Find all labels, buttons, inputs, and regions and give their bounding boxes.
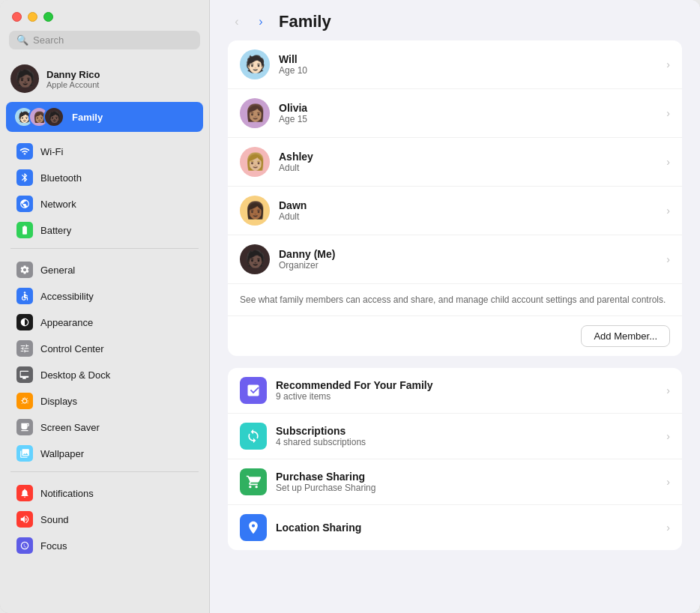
features-card: Recommended For Your Family 9 active ite… bbox=[228, 368, 682, 550]
sidebar-item-appearance-label: Appearance bbox=[40, 317, 93, 328]
purchase-sharing-icon bbox=[240, 468, 267, 495]
member-info-will: Will Age 10 bbox=[279, 53, 657, 76]
sidebar-item-sound[interactable]: Sound bbox=[6, 507, 203, 532]
member-avatar-danny: 🧑🏿 bbox=[240, 244, 270, 274]
member-row-olivia[interactable]: 👩🏽 Olivia Age 15 › bbox=[228, 89, 682, 138]
sidebar-item-family[interactable]: 🧑🏻 👩🏽 🧑🏿 Family bbox=[6, 102, 203, 132]
member-row-will[interactable]: 🧑🏻 Will Age 10 › bbox=[228, 40, 682, 89]
search-input[interactable] bbox=[33, 34, 193, 46]
member-name-ashley: Ashley bbox=[279, 151, 657, 163]
close-button[interactable] bbox=[12, 12, 22, 22]
feature-name-recommended: Recommended For Your Family bbox=[276, 379, 657, 391]
member-info-ashley: Ashley Adult bbox=[279, 151, 657, 173]
sidebar-item-network-label: Network bbox=[40, 199, 76, 210]
sidebar-item-displays-label: Displays bbox=[40, 396, 77, 407]
family-info-text: See what family members can access and s… bbox=[228, 284, 682, 315]
sidebar-item-control-center-label: Control Center bbox=[40, 343, 104, 354]
chevron-right-icon: › bbox=[666, 384, 670, 396]
sidebar-item-desktop-dock[interactable]: Desktop & Dock bbox=[6, 362, 203, 387]
sidebar-item-accessibility[interactable]: Accessibility bbox=[6, 283, 203, 309]
notifications-icon bbox=[16, 485, 33, 501]
maximize-button[interactable] bbox=[43, 12, 53, 22]
sidebar-item-network[interactable]: Network bbox=[6, 191, 203, 217]
chevron-right-icon: › bbox=[666, 156, 670, 168]
appearance-icon bbox=[16, 314, 33, 330]
back-button[interactable]: ‹ bbox=[228, 13, 246, 31]
member-info-olivia: Olivia Age 15 bbox=[279, 102, 657, 124]
family-avatar-3: 🧑🏿 bbox=[43, 106, 64, 127]
sidebar-item-accessibility-label: Accessibility bbox=[40, 291, 94, 302]
chevron-right-icon: › bbox=[666, 253, 670, 265]
sidebar-item-wifi[interactable]: Wi-Fi bbox=[6, 139, 203, 164]
feature-row-purchase-sharing[interactable]: Purchase Sharing Set up Purchase Sharing… bbox=[228, 459, 682, 505]
feature-name-purchase-sharing: Purchase Sharing bbox=[276, 471, 657, 483]
member-avatar-dawn: 👩🏾 bbox=[240, 196, 270, 226]
wifi-icon bbox=[16, 143, 33, 160]
feature-sub-purchase-sharing: Set up Purchase Sharing bbox=[276, 483, 657, 493]
sound-icon bbox=[16, 511, 33, 528]
sidebar-item-appearance[interactable]: Appearance bbox=[6, 309, 203, 335]
feature-row-subscriptions[interactable]: Subscriptions 4 shared subscriptions › bbox=[228, 414, 682, 459]
sidebar: 🔍 🧑🏿 Danny Rico Apple Account 🧑🏻 👩🏽 🧑🏿 F… bbox=[0, 0, 210, 613]
feature-name-location-sharing: Location Sharing bbox=[276, 522, 657, 534]
feature-sub-subscriptions: 4 shared subscriptions bbox=[276, 437, 657, 447]
account-subtitle: Apple Account bbox=[46, 80, 100, 89]
sidebar-item-focus[interactable]: Focus bbox=[6, 533, 203, 558]
sidebar-item-bluetooth[interactable]: Bluetooth bbox=[6, 165, 203, 190]
sidebar-item-sound-label: Sound bbox=[40, 514, 69, 525]
add-member-row: Add Member... bbox=[228, 315, 682, 356]
sidebar-item-notifications[interactable]: Notifications bbox=[6, 480, 203, 506]
feature-info-subscriptions: Subscriptions 4 shared subscriptions bbox=[276, 425, 657, 447]
family-label: Family bbox=[72, 112, 103, 123]
system-preferences-window: 🔍 🧑🏿 Danny Rico Apple Account 🧑🏻 👩🏽 🧑🏿 F… bbox=[0, 0, 700, 613]
bluetooth-icon bbox=[16, 169, 33, 186]
feature-info-recommended: Recommended For Your Family 9 active ite… bbox=[276, 379, 657, 402]
minimize-button[interactable] bbox=[28, 12, 37, 22]
chevron-right-icon: › bbox=[666, 205, 670, 217]
account-section[interactable]: 🧑🏿 Danny Rico Apple Account bbox=[0, 58, 209, 102]
sidebar-item-bluetooth-label: Bluetooth bbox=[40, 172, 82, 184]
avatar: 🧑🏿 bbox=[10, 64, 39, 93]
displays-icon bbox=[16, 393, 33, 409]
main-content: ‹ › Family 🧑🏻 Will Age 10 › 👩🏽 Ol bbox=[210, 0, 700, 613]
sidebar-item-displays[interactable]: Displays bbox=[6, 388, 203, 414]
member-name-olivia: Olivia bbox=[279, 102, 657, 114]
member-name-dawn: Dawn bbox=[279, 199, 657, 211]
screen-saver-icon bbox=[16, 419, 33, 435]
sidebar-item-general[interactable]: General bbox=[6, 257, 203, 283]
chevron-right-icon: › bbox=[666, 107, 670, 119]
member-role-danny: Organizer bbox=[279, 260, 657, 271]
search-bar[interactable]: 🔍 bbox=[9, 31, 200, 49]
add-member-button[interactable]: Add Member... bbox=[581, 325, 670, 347]
wallpaper-icon bbox=[16, 445, 33, 462]
sidebar-item-wallpaper-label: Wallpaper bbox=[40, 448, 84, 459]
sidebar-item-wallpaper[interactable]: Wallpaper bbox=[6, 441, 203, 466]
forward-button[interactable]: › bbox=[252, 13, 270, 31]
sidebar-section-notifications: Notifications Sound Focus bbox=[0, 480, 209, 559]
feature-info-location-sharing: Location Sharing bbox=[276, 522, 657, 534]
chevron-right-icon: › bbox=[666, 522, 670, 534]
subscriptions-icon bbox=[240, 423, 267, 450]
member-row-danny[interactable]: 🧑🏿 Danny (Me) Organizer › bbox=[228, 235, 682, 284]
sidebar-section-network: Wi-Fi Bluetooth Network Battery bbox=[0, 138, 209, 244]
feature-row-location-sharing[interactable]: Location Sharing › bbox=[228, 505, 682, 550]
location-sharing-icon bbox=[240, 514, 267, 541]
member-avatar-olivia: 👩🏽 bbox=[240, 98, 270, 128]
sidebar-item-battery-label: Battery bbox=[40, 225, 71, 236]
sidebar-item-desktop-dock-label: Desktop & Dock bbox=[40, 369, 110, 381]
feature-row-recommended[interactable]: Recommended For Your Family 9 active ite… bbox=[228, 368, 682, 414]
member-row-ashley[interactable]: 👩🏼 Ashley Adult › bbox=[228, 138, 682, 187]
member-name-will: Will bbox=[279, 53, 657, 65]
member-row-dawn[interactable]: 👩🏾 Dawn Adult › bbox=[228, 187, 682, 235]
sidebar-item-screen-saver[interactable]: Screen Saver bbox=[6, 414, 203, 440]
general-icon bbox=[16, 262, 33, 278]
chevron-right-icon: › bbox=[666, 476, 670, 488]
main-body: 🧑🏻 Will Age 10 › 👩🏽 Olivia Age 15 › bbox=[210, 40, 700, 577]
page-title: Family bbox=[279, 12, 331, 31]
member-avatar-will: 🧑🏻 bbox=[240, 49, 270, 79]
sidebar-item-control-center[interactable]: Control Center bbox=[6, 336, 203, 361]
family-members-card: 🧑🏻 Will Age 10 › 👩🏽 Olivia Age 15 › bbox=[228, 40, 682, 356]
chevron-right-icon: › bbox=[666, 430, 670, 442]
sidebar-item-battery[interactable]: Battery bbox=[6, 217, 203, 243]
account-name: Danny Rico bbox=[46, 69, 100, 80]
